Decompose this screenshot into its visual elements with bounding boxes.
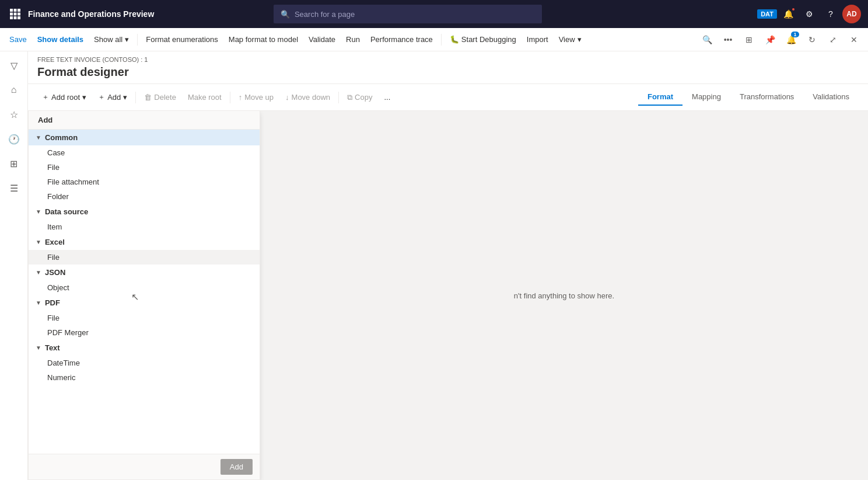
page-header: FREE TEXT INVOICE (CONTOSO) : 1 Format d… bbox=[28, 51, 868, 84]
gear-icon: ⚙ bbox=[806, 9, 813, 19]
app-title: Finance and Operations Preview bbox=[28, 9, 154, 19]
secondary-toolbar: Save Show details Show all ▾ Format enum… bbox=[0, 28, 868, 51]
item-file-attachment[interactable]: File attachment bbox=[29, 175, 260, 189]
performance-trace-button[interactable]: Performance trace bbox=[366, 33, 438, 46]
category-json[interactable]: ▼ JSON bbox=[29, 265, 260, 280]
sidebar-item-modules[interactable]: ☰ bbox=[2, 176, 26, 200]
more-options-button[interactable]: ••• bbox=[719, 30, 737, 49]
sidebar-item-workspaces[interactable]: ⊞ bbox=[2, 152, 26, 175]
empty-message: n't find anything to show here. bbox=[514, 291, 614, 300]
dropdown-header: Add bbox=[29, 111, 260, 130]
delete-button[interactable]: 🗑 Delete bbox=[139, 91, 181, 104]
svg-rect-8 bbox=[18, 16, 20, 19]
item-text-datetime[interactable]: DateTime bbox=[29, 356, 260, 370]
copy-button[interactable]: ⧉ Copy bbox=[342, 91, 377, 105]
svg-rect-0 bbox=[10, 9, 13, 12]
notification-button-2[interactable]: 🔔 1 bbox=[782, 30, 800, 49]
show-details-button[interactable]: Show details bbox=[33, 33, 88, 46]
debug-icon: 🐛 bbox=[450, 35, 459, 44]
clock-icon: 🕐 bbox=[8, 134, 20, 145]
start-debugging-button[interactable]: 🐛 Start Debugging bbox=[445, 33, 521, 46]
move-up-button[interactable]: ↑ Move up bbox=[234, 91, 278, 104]
breadcrumb: FREE TEXT INVOICE (CONTOSO) : 1 bbox=[37, 56, 859, 63]
chevron-json: ▼ bbox=[36, 269, 41, 276]
search-placeholder: Search for a page bbox=[295, 10, 355, 19]
close-button[interactable]: ✕ bbox=[845, 30, 863, 49]
add-root-button[interactable]: ＋ Add root ▾ bbox=[37, 90, 91, 105]
run-button[interactable]: Run bbox=[341, 33, 365, 46]
notification-dot bbox=[791, 7, 796, 12]
global-search[interactable]: 🔍 Search for a page bbox=[274, 5, 542, 23]
item-text-numeric[interactable]: Numeric bbox=[29, 370, 260, 385]
toolbar-divider-5 bbox=[338, 92, 339, 103]
map-format-button[interactable]: Map format to model bbox=[224, 33, 303, 46]
help-button[interactable]: ? bbox=[821, 5, 840, 23]
sidebar-item-filter[interactable]: ▽ bbox=[2, 54, 26, 77]
content-area: FREE TEXT INVOICE (CONTOSO) : 1 Format d… bbox=[28, 51, 868, 480]
show-all-button[interactable]: Show all ▾ bbox=[89, 33, 134, 46]
add-dropdown-panel: Add ▼ Common Case File File attachment bbox=[28, 111, 260, 480]
svg-rect-5 bbox=[18, 13, 20, 16]
item-json-object[interactable]: Object bbox=[29, 280, 260, 295]
user-avatar[interactable]: AD bbox=[842, 5, 861, 23]
sidebar-item-home[interactable]: ⌂ bbox=[2, 78, 26, 102]
svg-rect-4 bbox=[14, 13, 17, 16]
svg-rect-1 bbox=[14, 9, 17, 12]
dropdown-add-button[interactable]: Add bbox=[220, 459, 253, 475]
modules-icon: ☰ bbox=[10, 183, 18, 194]
sidebar-item-recent[interactable]: 🕐 bbox=[2, 127, 26, 151]
item-file-common[interactable]: File bbox=[29, 160, 260, 175]
validate-button[interactable]: Validate bbox=[304, 33, 340, 46]
chevron-down-icon: ▾ bbox=[125, 35, 129, 44]
designer-body: Add ▼ Common Case File File attachment bbox=[28, 111, 868, 480]
category-excel[interactable]: ▼ Excel bbox=[29, 234, 260, 250]
settings-button[interactable]: ⚙ bbox=[800, 5, 819, 23]
chevron-pdf: ▼ bbox=[36, 300, 41, 306]
designer-content: n't find anything to show here. ↖ bbox=[260, 111, 868, 480]
home-icon: ⌂ bbox=[11, 85, 17, 95]
copy-icon: ⧉ bbox=[347, 93, 352, 102]
make-root-button[interactable]: Make root bbox=[183, 91, 226, 104]
view-button[interactable]: View ▾ bbox=[554, 33, 586, 46]
import-button[interactable]: Import bbox=[522, 33, 553, 46]
item-excel-file[interactable]: File bbox=[29, 250, 260, 265]
search-button[interactable]: 🔍 bbox=[698, 30, 716, 49]
main-layout: ▽ ⌂ ☆ 🕐 ⊞ ☰ FREE TEXT INVOICE (CONTOSO) … bbox=[0, 51, 868, 480]
item-folder[interactable]: Folder bbox=[29, 189, 260, 204]
notifications-button[interactable]: 🔔 bbox=[779, 5, 798, 23]
format-enumerations-button[interactable]: Format enumerations bbox=[141, 33, 223, 46]
compare-button[interactable]: ⊞ bbox=[740, 30, 758, 49]
sidebar-item-favorites[interactable]: ☆ bbox=[2, 103, 26, 126]
item-case[interactable]: Case bbox=[29, 145, 260, 160]
svg-rect-7 bbox=[14, 16, 17, 19]
category-common[interactable]: ▼ Common bbox=[29, 130, 260, 145]
waffle-menu-button[interactable] bbox=[7, 6, 23, 22]
chevron-text: ▼ bbox=[36, 345, 41, 351]
chevron-excel: ▼ bbox=[36, 239, 41, 245]
item-pdf-merger[interactable]: PDF Merger bbox=[29, 325, 260, 340]
tab-validations[interactable]: Validations bbox=[803, 89, 859, 106]
expand-button[interactable]: ⤢ bbox=[824, 30, 842, 49]
refresh-button[interactable]: ↻ bbox=[803, 30, 821, 49]
tab-mapping[interactable]: Mapping bbox=[682, 89, 730, 106]
move-down-button[interactable]: ↓ Move down bbox=[281, 91, 335, 104]
tab-transformations[interactable]: Transformations bbox=[730, 89, 803, 106]
item-datasource-item[interactable]: Item bbox=[29, 220, 260, 234]
search-icon: 🔍 bbox=[281, 10, 290, 19]
pin-button[interactable]: 📌 bbox=[761, 30, 779, 49]
dropdown-footer: Add bbox=[29, 454, 260, 479]
tab-format[interactable]: Format bbox=[638, 89, 682, 106]
top-navigation: Finance and Operations Preview 🔍 Search … bbox=[0, 0, 868, 28]
toolbar-divider-4 bbox=[230, 92, 230, 103]
category-pdf[interactable]: ▼ PDF bbox=[29, 295, 260, 311]
svg-rect-2 bbox=[18, 9, 20, 12]
item-pdf-file[interactable]: File bbox=[29, 311, 260, 325]
category-text[interactable]: ▼ Text bbox=[29, 340, 260, 356]
page-title: Format designer bbox=[37, 65, 859, 79]
top-nav-icons: DAT 🔔 ⚙ ? AD bbox=[757, 5, 861, 23]
plus-icon: ＋ bbox=[42, 92, 49, 102]
category-datasource[interactable]: ▼ Data source bbox=[29, 204, 260, 220]
add-button-toolbar[interactable]: ＋ Add ▾ bbox=[93, 90, 132, 105]
more-button[interactable]: ... bbox=[379, 91, 395, 104]
save-button[interactable]: Save bbox=[5, 33, 32, 46]
